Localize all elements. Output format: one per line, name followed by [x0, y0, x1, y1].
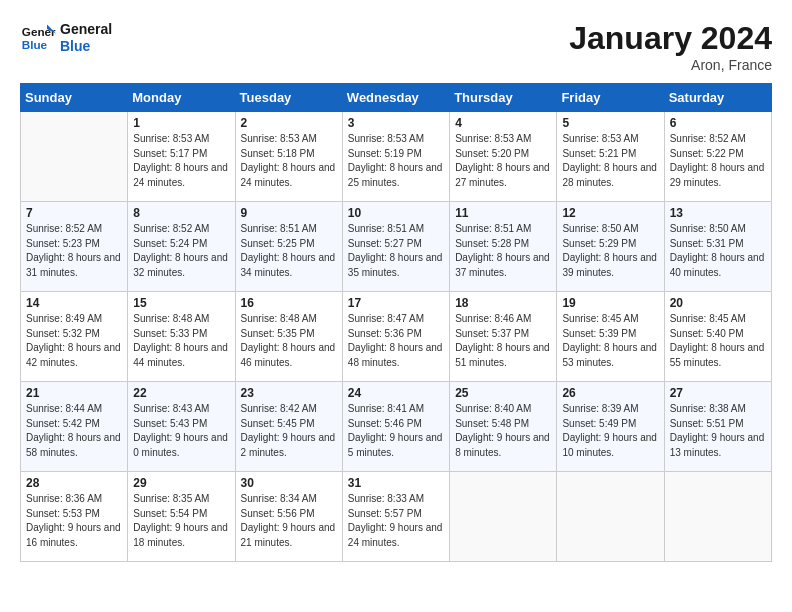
day-detail: Sunrise: 8:49 AM Sunset: 5:32 PM Dayligh…	[26, 312, 122, 370]
day-number: 15	[133, 296, 229, 310]
weekday-header: Tuesday	[235, 84, 342, 112]
weekday-header: Wednesday	[342, 84, 449, 112]
svg-text:General: General	[22, 25, 56, 38]
calendar-cell: 17 Sunrise: 8:47 AM Sunset: 5:36 PM Dayl…	[342, 292, 449, 382]
day-detail: Sunrise: 8:42 AM Sunset: 5:45 PM Dayligh…	[241, 402, 337, 460]
day-detail: Sunrise: 8:35 AM Sunset: 5:54 PM Dayligh…	[133, 492, 229, 550]
calendar-cell	[21, 112, 128, 202]
day-number: 9	[241, 206, 337, 220]
day-number: 3	[348, 116, 444, 130]
calendar-cell: 19 Sunrise: 8:45 AM Sunset: 5:39 PM Dayl…	[557, 292, 664, 382]
day-detail: Sunrise: 8:34 AM Sunset: 5:56 PM Dayligh…	[241, 492, 337, 550]
logo-icon: General Blue	[20, 20, 56, 56]
calendar-cell: 9 Sunrise: 8:51 AM Sunset: 5:25 PM Dayli…	[235, 202, 342, 292]
day-number: 20	[670, 296, 766, 310]
day-number: 14	[26, 296, 122, 310]
calendar-cell: 14 Sunrise: 8:49 AM Sunset: 5:32 PM Dayl…	[21, 292, 128, 382]
calendar-cell	[557, 472, 664, 562]
svg-text:Blue: Blue	[22, 38, 48, 51]
day-number: 24	[348, 386, 444, 400]
calendar-cell: 8 Sunrise: 8:52 AM Sunset: 5:24 PM Dayli…	[128, 202, 235, 292]
location: Aron, France	[569, 57, 772, 73]
day-number: 19	[562, 296, 658, 310]
day-detail: Sunrise: 8:38 AM Sunset: 5:51 PM Dayligh…	[670, 402, 766, 460]
calendar-cell: 10 Sunrise: 8:51 AM Sunset: 5:27 PM Dayl…	[342, 202, 449, 292]
day-detail: Sunrise: 8:51 AM Sunset: 5:28 PM Dayligh…	[455, 222, 551, 280]
calendar-cell: 30 Sunrise: 8:34 AM Sunset: 5:56 PM Dayl…	[235, 472, 342, 562]
calendar-cell: 1 Sunrise: 8:53 AM Sunset: 5:17 PM Dayli…	[128, 112, 235, 202]
day-detail: Sunrise: 8:53 AM Sunset: 5:20 PM Dayligh…	[455, 132, 551, 190]
day-number: 5	[562, 116, 658, 130]
day-detail: Sunrise: 8:53 AM Sunset: 5:17 PM Dayligh…	[133, 132, 229, 190]
day-number: 22	[133, 386, 229, 400]
calendar-cell: 13 Sunrise: 8:50 AM Sunset: 5:31 PM Dayl…	[664, 202, 771, 292]
calendar-cell: 7 Sunrise: 8:52 AM Sunset: 5:23 PM Dayli…	[21, 202, 128, 292]
weekday-header-row: SundayMondayTuesdayWednesdayThursdayFrid…	[21, 84, 772, 112]
calendar-cell	[664, 472, 771, 562]
calendar-cell	[450, 472, 557, 562]
day-detail: Sunrise: 8:53 AM Sunset: 5:18 PM Dayligh…	[241, 132, 337, 190]
weekday-header: Saturday	[664, 84, 771, 112]
day-number: 11	[455, 206, 551, 220]
day-number: 18	[455, 296, 551, 310]
day-number: 13	[670, 206, 766, 220]
calendar-cell: 28 Sunrise: 8:36 AM Sunset: 5:53 PM Dayl…	[21, 472, 128, 562]
day-number: 28	[26, 476, 122, 490]
logo: General Blue General Blue	[20, 20, 112, 56]
day-detail: Sunrise: 8:47 AM Sunset: 5:36 PM Dayligh…	[348, 312, 444, 370]
day-detail: Sunrise: 8:46 AM Sunset: 5:37 PM Dayligh…	[455, 312, 551, 370]
calendar-cell: 16 Sunrise: 8:48 AM Sunset: 5:35 PM Dayl…	[235, 292, 342, 382]
day-number: 12	[562, 206, 658, 220]
day-number: 21	[26, 386, 122, 400]
calendar-week-row: 21 Sunrise: 8:44 AM Sunset: 5:42 PM Dayl…	[21, 382, 772, 472]
day-detail: Sunrise: 8:43 AM Sunset: 5:43 PM Dayligh…	[133, 402, 229, 460]
day-detail: Sunrise: 8:51 AM Sunset: 5:27 PM Dayligh…	[348, 222, 444, 280]
day-number: 8	[133, 206, 229, 220]
calendar-week-row: 1 Sunrise: 8:53 AM Sunset: 5:17 PM Dayli…	[21, 112, 772, 202]
day-number: 2	[241, 116, 337, 130]
day-detail: Sunrise: 8:45 AM Sunset: 5:40 PM Dayligh…	[670, 312, 766, 370]
day-detail: Sunrise: 8:36 AM Sunset: 5:53 PM Dayligh…	[26, 492, 122, 550]
page-header: General Blue General Blue January 2024 A…	[20, 20, 772, 73]
calendar-week-row: 14 Sunrise: 8:49 AM Sunset: 5:32 PM Dayl…	[21, 292, 772, 382]
day-detail: Sunrise: 8:44 AM Sunset: 5:42 PM Dayligh…	[26, 402, 122, 460]
day-detail: Sunrise: 8:53 AM Sunset: 5:19 PM Dayligh…	[348, 132, 444, 190]
day-number: 26	[562, 386, 658, 400]
weekday-header: Friday	[557, 84, 664, 112]
day-number: 10	[348, 206, 444, 220]
calendar-cell: 15 Sunrise: 8:48 AM Sunset: 5:33 PM Dayl…	[128, 292, 235, 382]
calendar-cell: 18 Sunrise: 8:46 AM Sunset: 5:37 PM Dayl…	[450, 292, 557, 382]
day-number: 16	[241, 296, 337, 310]
calendar-cell: 29 Sunrise: 8:35 AM Sunset: 5:54 PM Dayl…	[128, 472, 235, 562]
calendar-week-row: 7 Sunrise: 8:52 AM Sunset: 5:23 PM Dayli…	[21, 202, 772, 292]
calendar-cell: 4 Sunrise: 8:53 AM Sunset: 5:20 PM Dayli…	[450, 112, 557, 202]
calendar-cell: 27 Sunrise: 8:38 AM Sunset: 5:51 PM Dayl…	[664, 382, 771, 472]
calendar-cell: 3 Sunrise: 8:53 AM Sunset: 5:19 PM Dayli…	[342, 112, 449, 202]
day-detail: Sunrise: 8:40 AM Sunset: 5:48 PM Dayligh…	[455, 402, 551, 460]
weekday-header: Sunday	[21, 84, 128, 112]
day-number: 25	[455, 386, 551, 400]
day-number: 6	[670, 116, 766, 130]
day-detail: Sunrise: 8:41 AM Sunset: 5:46 PM Dayligh…	[348, 402, 444, 460]
day-number: 27	[670, 386, 766, 400]
day-detail: Sunrise: 8:45 AM Sunset: 5:39 PM Dayligh…	[562, 312, 658, 370]
day-detail: Sunrise: 8:50 AM Sunset: 5:29 PM Dayligh…	[562, 222, 658, 280]
calendar-cell: 20 Sunrise: 8:45 AM Sunset: 5:40 PM Dayl…	[664, 292, 771, 382]
calendar-cell: 26 Sunrise: 8:39 AM Sunset: 5:49 PM Dayl…	[557, 382, 664, 472]
calendar-cell: 22 Sunrise: 8:43 AM Sunset: 5:43 PM Dayl…	[128, 382, 235, 472]
day-number: 4	[455, 116, 551, 130]
day-detail: Sunrise: 8:50 AM Sunset: 5:31 PM Dayligh…	[670, 222, 766, 280]
day-detail: Sunrise: 8:33 AM Sunset: 5:57 PM Dayligh…	[348, 492, 444, 550]
calendar-cell: 25 Sunrise: 8:40 AM Sunset: 5:48 PM Dayl…	[450, 382, 557, 472]
calendar-cell: 6 Sunrise: 8:52 AM Sunset: 5:22 PM Dayli…	[664, 112, 771, 202]
calendar-cell: 2 Sunrise: 8:53 AM Sunset: 5:18 PM Dayli…	[235, 112, 342, 202]
day-detail: Sunrise: 8:53 AM Sunset: 5:21 PM Dayligh…	[562, 132, 658, 190]
day-detail: Sunrise: 8:48 AM Sunset: 5:35 PM Dayligh…	[241, 312, 337, 370]
day-number: 1	[133, 116, 229, 130]
day-detail: Sunrise: 8:39 AM Sunset: 5:49 PM Dayligh…	[562, 402, 658, 460]
title-block: January 2024 Aron, France	[569, 20, 772, 73]
calendar-cell: 21 Sunrise: 8:44 AM Sunset: 5:42 PM Dayl…	[21, 382, 128, 472]
day-number: 17	[348, 296, 444, 310]
calendar-cell: 23 Sunrise: 8:42 AM Sunset: 5:45 PM Dayl…	[235, 382, 342, 472]
day-detail: Sunrise: 8:52 AM Sunset: 5:23 PM Dayligh…	[26, 222, 122, 280]
